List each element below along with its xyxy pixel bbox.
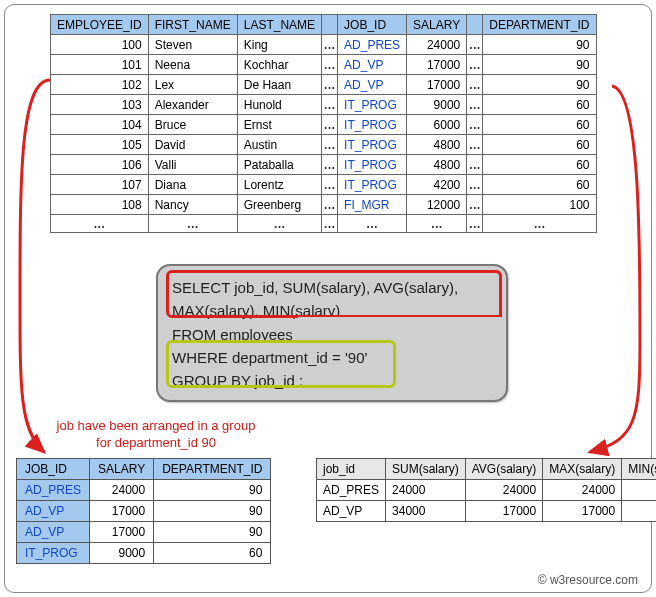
cell-employee-id: 105 [51,135,149,155]
cell-last-name: Kochhar [237,55,321,75]
grouped-dept90-table: JOB_ID SALARY DEPARTMENT_ID AD_PRES24000… [16,458,271,564]
cell-last-name: Austin [237,135,321,155]
table-row: AD_VP1700090 [17,522,271,543]
cell-salary: 6000 [407,115,467,135]
cell-max: 24000 [543,480,622,501]
cell-first-name: Neena [148,55,237,75]
sql-query-box: SELECT job_id, SUM(salary), AVG(salary),… [156,264,508,402]
employees-table: EMPLOYEE_ID FIRST_NAME LAST_NAME JOB_ID … [50,14,597,233]
col-last-name: LAST_NAME [237,15,321,35]
cell-job-id: AD_VP [17,501,90,522]
table-row: 106ValliPataballa…IT_PROG4800…60 [51,155,597,175]
cell-ellipsis: … [322,195,338,215]
cell-ellipsis: … [467,95,483,115]
cell-ellipsis: … [322,155,338,175]
cell-ellipsis: … [467,195,483,215]
cell-first-name: Steven [148,35,237,55]
cell-job-id: AD_VP [338,55,407,75]
sql-line-select2: MAX(salary), MIN(salary) [172,299,492,322]
cell-ellipsis: … [483,215,596,233]
cell-ellipsis: … [467,75,483,95]
cell-first-name: Bruce [148,115,237,135]
cell-job-id: AD_VP [17,522,90,543]
cell-department-id: 60 [154,543,271,564]
cell-ellipsis: … [467,135,483,155]
cell-ellipsis: … [467,155,483,175]
col-department-id: DEPARTMENT_ID [154,459,271,480]
sql-line-groupby: GROUP BY job_id ; [172,369,492,392]
col-salary: SALARY [407,15,467,35]
cell-employee-id: 104 [51,115,149,135]
cell-job-id: AD_PRES [317,480,386,501]
cell-department-id: 60 [483,95,596,115]
cell-employee-id: 106 [51,155,149,175]
cell-ellipsis: … [467,55,483,75]
cell-department-id: 90 [483,35,596,55]
cell-job-id: AD_VP [338,75,407,95]
cell-ellipsis: … [338,215,407,233]
table-header-row: EMPLOYEE_ID FIRST_NAME LAST_NAME JOB_ID … [51,15,597,35]
table-row: 102LexDe Haan…AD_VP17000…90 [51,75,597,95]
table-row: 105DavidAustin…IT_PROG4800…60 [51,135,597,155]
cell-department-id: 60 [483,135,596,155]
cell-ellipsis: … [148,215,237,233]
cell-last-name: Ernst [237,115,321,135]
cell-salary: 17000 [407,75,467,95]
cell-salary: 12000 [407,195,467,215]
cell-last-name: De Haan [237,75,321,95]
table-row: 103AlexanderHunold…IT_PROG9000…60 [51,95,597,115]
grouped-caption: job have been arranged in a group for de… [26,418,286,452]
sql-line-from: FROM employees [172,323,492,346]
table-row: AD_PRES2400090 [17,480,271,501]
ellipsis-row: …………………… [51,215,597,233]
cell-job-id: AD_VP [317,501,386,522]
col-job-id: JOB_ID [338,15,407,35]
sql-line-select: SELECT job_id, SUM(salary), AVG(salary), [172,276,492,299]
cell-department-id: 90 [154,480,271,501]
cell-salary: 4200 [407,175,467,195]
cell-salary: 4800 [407,135,467,155]
table-header-row: job_id SUM(salary) AVG(salary) MAX(salar… [317,459,657,480]
col-first-name: FIRST_NAME [148,15,237,35]
cell-salary: 24000 [90,480,154,501]
table-row: 104BruceErnst…IT_PROG6000…60 [51,115,597,135]
cell-ellipsis: … [322,175,338,195]
cell-ellipsis: … [467,215,483,233]
cell-department-id: 60 [483,115,596,135]
cell-salary: 17000 [90,501,154,522]
cell-ellipsis: … [322,215,338,233]
cell-salary: 17000 [407,55,467,75]
table-row: 108NancyGreenberg…FI_MGR12000…100 [51,195,597,215]
cell-department-id: 60 [483,155,596,175]
cell-salary: 9000 [407,95,467,115]
col-sum-salary: SUM(salary) [386,459,466,480]
caption-line1: job have been arranged in a group [57,418,256,433]
cell-department-id: 60 [483,175,596,195]
table-row: AD_VP34000170001700017000 [317,501,657,522]
credit-text: © w3resource.com [538,573,638,587]
cell-job-id: FI_MGR [338,195,407,215]
cell-job-id: IT_PROG [338,155,407,175]
cell-employee-id: 107 [51,175,149,195]
cell-job-id: IT_PROG [338,95,407,115]
cell-ellipsis: … [407,215,467,233]
cell-department-id: 90 [483,55,596,75]
cell-min: 24000 [622,480,656,501]
cell-job-id: AD_PRES [17,480,90,501]
cell-ellipsis: … [467,35,483,55]
cell-ellipsis: … [322,75,338,95]
col-salary: SALARY [90,459,154,480]
col-job-id: job_id [317,459,386,480]
table-row: 107DianaLorentz…IT_PROG4200…60 [51,175,597,195]
col-avg-salary: AVG(salary) [465,459,542,480]
cell-ellipsis: … [322,35,338,55]
cell-max: 17000 [543,501,622,522]
col-department-id: DEPARTMENT_ID [483,15,596,35]
cell-sum: 34000 [386,501,466,522]
cell-last-name: King [237,35,321,55]
table-row: AD_PRES24000240002400024000 [317,480,657,501]
cell-employee-id: 103 [51,95,149,115]
cell-salary: 24000 [407,35,467,55]
table-row: 100StevenKing…AD_PRES24000…90 [51,35,597,55]
cell-min: 17000 [622,501,656,522]
